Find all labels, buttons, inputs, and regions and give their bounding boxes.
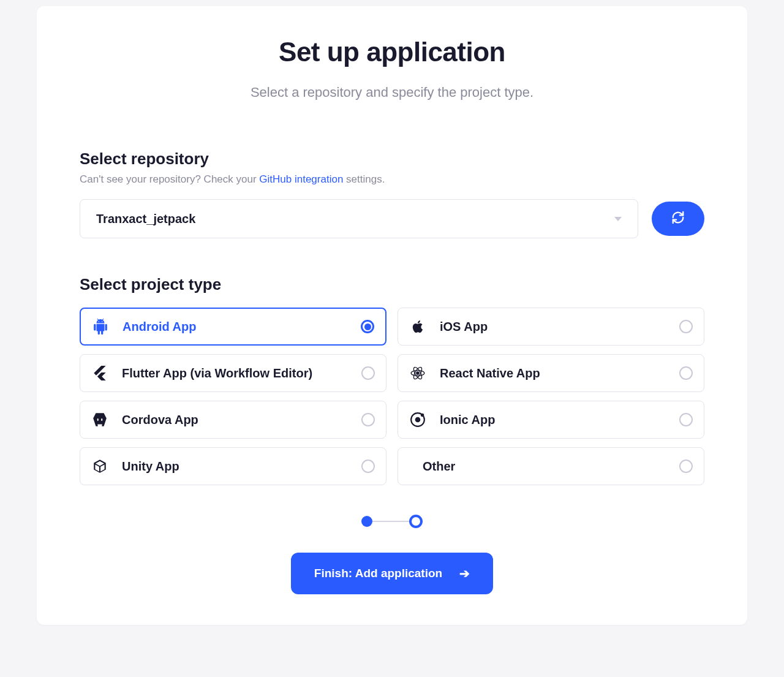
svg-point-0 <box>417 372 419 374</box>
project-type-unity[interactable]: Unity App <box>80 447 386 485</box>
project-type-other[interactable]: Other <box>398 447 704 485</box>
project-type-label: Cordova App <box>122 413 348 427</box>
radio-unselected <box>679 320 693 333</box>
project-type-label: Android App <box>123 320 347 334</box>
refresh-button[interactable] <box>652 202 704 236</box>
repository-row: Tranxact_jetpack <box>80 199 704 238</box>
flutter-icon <box>91 365 108 382</box>
project-type-label: Other <box>423 460 666 474</box>
unity-icon <box>91 458 108 475</box>
project-type-cordova[interactable]: Cordova App <box>80 401 386 439</box>
project-type-ionic[interactable]: Ionic App <box>398 401 704 439</box>
project-type-label: Unity App <box>122 460 348 474</box>
project-type-label: iOS App <box>440 320 666 334</box>
page-subtitle: Select a repository and specify the proj… <box>80 85 704 100</box>
radio-unselected <box>679 366 693 380</box>
react-icon <box>409 365 426 382</box>
setup-application-card: Set up application Select a repository a… <box>37 6 747 625</box>
github-integration-link[interactable]: GitHub integration <box>259 173 343 185</box>
svg-point-6 <box>421 414 424 417</box>
progress-stepper <box>80 515 704 528</box>
project-type-label: React Native App <box>440 366 666 380</box>
project-type-section-title: Select project type <box>80 275 704 294</box>
ionic-icon <box>409 411 426 428</box>
repository-selected-value: Tranxact_jetpack <box>96 212 195 226</box>
step-1-indicator <box>361 516 372 527</box>
radio-unselected <box>679 460 693 473</box>
repository-section-title: Select repository <box>80 149 704 168</box>
finish-add-application-button[interactable]: Finish: Add application ➔ <box>291 553 493 594</box>
repository-select[interactable]: Tranxact_jetpack <box>80 199 638 238</box>
radio-unselected <box>361 460 375 473</box>
project-type-grid: Android App iOS App Flutter App (via Wor… <box>80 308 704 485</box>
radio-unselected <box>361 413 375 426</box>
project-type-flutter[interactable]: Flutter App (via Workflow Editor) <box>80 354 386 392</box>
apple-icon <box>409 318 426 335</box>
android-icon <box>92 318 109 335</box>
radio-unselected <box>679 413 693 426</box>
svg-point-5 <box>415 417 421 423</box>
project-type-label: Flutter App (via Workflow Editor) <box>122 366 348 380</box>
repository-help-text: Can't see your repository? Check your Gi… <box>80 173 704 186</box>
project-type-ios[interactable]: iOS App <box>398 308 704 346</box>
finish-button-label: Finish: Add application <box>314 567 442 580</box>
project-type-label: Ionic App <box>440 413 666 427</box>
step-connector <box>372 521 409 522</box>
help-text-suffix: settings. <box>343 173 385 185</box>
radio-unselected <box>361 366 375 380</box>
radio-selected <box>361 320 374 333</box>
cordova-icon <box>91 411 108 428</box>
help-text-prefix: Can't see your repository? Check your <box>80 173 259 185</box>
project-type-react-native[interactable]: React Native App <box>398 354 704 392</box>
arrow-right-icon: ➔ <box>459 566 470 581</box>
page-title: Set up application <box>80 37 704 67</box>
project-type-android[interactable]: Android App <box>80 308 386 346</box>
chevron-down-icon <box>614 217 622 221</box>
refresh-icon <box>671 211 685 227</box>
step-2-indicator <box>409 515 423 528</box>
